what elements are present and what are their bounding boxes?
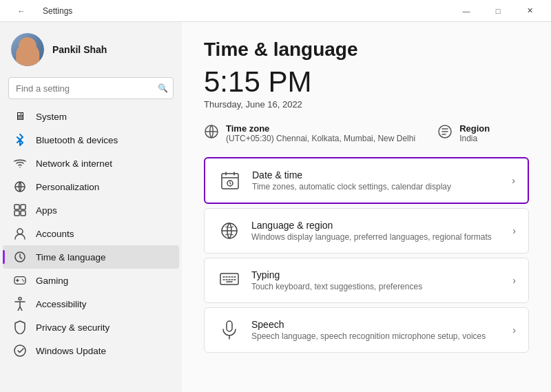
sidebar-item-label: Network & internet xyxy=(36,158,168,169)
sidebar-item-personalization[interactable]: Personalization xyxy=(3,175,179,198)
svg-point-9 xyxy=(23,280,25,282)
sidebar-item-network[interactable]: Network & internet xyxy=(3,152,179,175)
language-icon xyxy=(217,218,242,243)
timezone-icon xyxy=(204,124,219,143)
search-input[interactable] xyxy=(8,77,174,99)
title-bar-title: Settings xyxy=(43,6,72,16)
svg-rect-4 xyxy=(21,211,25,216)
minimize-button[interactable]: — xyxy=(450,0,482,22)
sidebar-item-accessibility[interactable]: Accessibility xyxy=(3,292,179,316)
settings-item-date-time[interactable]: Date & time Time zones, automatic clock … xyxy=(204,157,529,204)
title-bar-controls: — □ ✕ xyxy=(450,0,545,22)
maximize-button[interactable]: □ xyxy=(482,0,514,22)
personalization-icon xyxy=(14,180,26,193)
region-icon xyxy=(437,124,453,143)
svg-rect-2 xyxy=(21,205,25,209)
region-value: India xyxy=(459,134,490,143)
avatar xyxy=(11,33,44,66)
current-time: 5:15 PM xyxy=(204,66,529,98)
system-icon: 🖥 xyxy=(14,110,26,123)
settings-item-language[interactable]: Language & region Windows display langua… xyxy=(204,208,529,254)
title-bar: ← Settings — □ ✕ xyxy=(0,0,551,22)
settings-item-typing[interactable]: Typing Touch keyboard, text suggestions,… xyxy=(204,258,529,303)
region-label: Region xyxy=(459,123,490,134)
date-time-icon xyxy=(218,168,242,193)
date-time-text: Date & time Time zones, automatic clock … xyxy=(252,169,502,192)
sidebar-item-label: Privacy & security xyxy=(36,322,168,333)
sidebar-item-privacy[interactable]: Privacy & security xyxy=(3,316,179,339)
sidebar-item-label: Accounts xyxy=(36,229,168,239)
sidebar-item-label: Windows Update xyxy=(36,346,168,356)
typing-icon xyxy=(217,268,242,293)
typing-text: Typing Touch keyboard, text suggestions,… xyxy=(251,269,503,291)
chevron-right-icon: › xyxy=(512,225,516,236)
sidebar-item-label: Accessibility xyxy=(36,299,168,309)
sidebar-item-apps[interactable]: Apps xyxy=(3,198,179,222)
sidebar-nav: 🖥 System Bluetooth & devices Network & i… xyxy=(0,105,182,362)
info-row: Time zone (UTC+05:30) Chennai, Kolkata, … xyxy=(204,123,529,143)
page-title: Time & language xyxy=(204,39,529,61)
sidebar-item-time-language[interactable]: Time & language xyxy=(3,245,179,269)
date-time-title: Date & time xyxy=(252,169,502,180)
current-date: Thursday, June 16, 2022 xyxy=(204,99,529,110)
timezone-text: Time zone (UTC+05:30) Chennai, Kolkata, … xyxy=(226,123,415,143)
settings-list: Date & time Time zones, automatic clock … xyxy=(204,157,529,353)
language-desc: Windows display language, preferred lang… xyxy=(251,232,503,242)
search-icon: 🔍 xyxy=(158,83,168,93)
svg-rect-16 xyxy=(220,274,238,285)
svg-point-8 xyxy=(22,279,23,280)
chevron-right-icon: › xyxy=(512,324,516,336)
sidebar-item-label: Time & language xyxy=(36,252,168,262)
timezone-info: Time zone (UTC+05:30) Chennai, Kolkata, … xyxy=(204,123,415,143)
region-info: Region India xyxy=(437,123,490,143)
user-profile[interactable]: Pankil Shah xyxy=(0,28,182,77)
accounts-icon xyxy=(14,227,26,240)
close-button[interactable]: ✕ xyxy=(514,0,545,22)
sidebar-item-system[interactable]: 🖥 System xyxy=(3,105,179,128)
timezone-value: (UTC+05:30) Chennai, Kolkata, Mumbai, Ne… xyxy=(226,134,415,143)
sidebar-item-label: Personalization xyxy=(36,182,168,192)
user-name: Pankil Shah xyxy=(52,44,107,55)
svg-point-10 xyxy=(19,298,21,300)
svg-rect-17 xyxy=(227,321,232,331)
search-box: 🔍 xyxy=(8,77,174,99)
svg-rect-3 xyxy=(14,211,19,216)
apps-icon xyxy=(14,204,26,216)
speech-desc: Speech language, speech recognition micr… xyxy=(251,331,503,341)
sidebar-item-accounts[interactable]: Accounts xyxy=(3,222,179,245)
chevron-right-icon: › xyxy=(512,175,515,186)
time-language-icon xyxy=(14,251,26,263)
sidebar-item-label: Gaming xyxy=(36,276,168,286)
bluetooth-icon xyxy=(14,134,26,146)
region-text: Region India xyxy=(459,123,490,143)
app-body: Pankil Shah 🔍 🖥 System Bluetooth & devic… xyxy=(0,22,551,392)
typing-title: Typing xyxy=(251,269,503,280)
svg-point-5 xyxy=(17,229,23,234)
privacy-icon xyxy=(14,321,26,333)
back-button[interactable]: ← xyxy=(6,0,37,22)
speech-icon xyxy=(217,318,242,342)
windows-update-icon xyxy=(14,344,26,357)
language-title: Language & region xyxy=(251,220,503,231)
title-bar-left: ← Settings xyxy=(6,0,72,22)
sidebar-item-label: Apps xyxy=(36,205,168,216)
chevron-right-icon: › xyxy=(512,275,516,286)
svg-rect-1 xyxy=(14,205,19,209)
speech-title: Speech xyxy=(251,319,503,330)
sidebar-item-label: Bluetooth & devices xyxy=(36,135,168,145)
language-text: Language & region Windows display langua… xyxy=(251,220,503,242)
sidebar-item-label: System xyxy=(36,112,168,122)
timezone-label: Time zone xyxy=(226,123,415,134)
sidebar-item-bluetooth[interactable]: Bluetooth & devices xyxy=(3,128,179,152)
gaming-icon xyxy=(14,274,26,287)
accessibility-icon xyxy=(14,298,26,310)
speech-text: Speech Speech language, speech recogniti… xyxy=(251,319,503,341)
sidebar-item-windows-update[interactable]: Windows Update xyxy=(3,339,179,362)
sidebar-item-gaming[interactable]: Gaming xyxy=(3,269,179,292)
sidebar: Pankil Shah 🔍 🖥 System Bluetooth & devic… xyxy=(0,22,182,392)
typing-desc: Touch keyboard, text suggestions, prefer… xyxy=(251,282,503,291)
network-icon xyxy=(14,157,26,169)
main-content: Time & language 5:15 PM Thursday, June 1… xyxy=(182,22,551,392)
date-time-desc: Time zones, automatic clock settings, ca… xyxy=(252,182,502,192)
settings-item-speech[interactable]: Speech Speech language, speech recogniti… xyxy=(204,307,529,353)
